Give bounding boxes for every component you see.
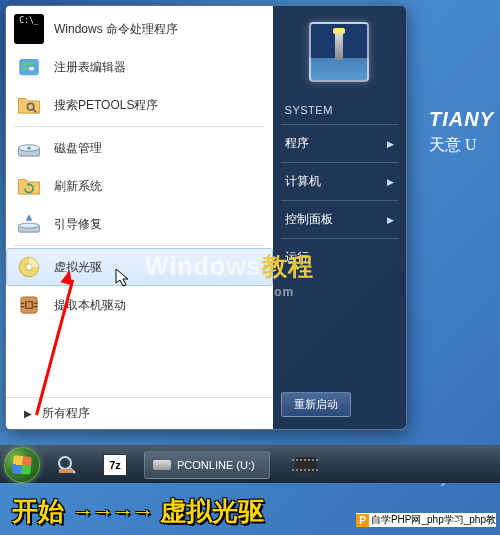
svg-point-9 [27, 146, 30, 149]
right-item-control-panel[interactable]: 控制面板▶ [281, 203, 398, 236]
regedit-icon [14, 52, 44, 82]
all-programs-button[interactable]: ▶ 所有程序 [6, 397, 273, 429]
menu-item-regedit[interactable]: 注册表编辑器 [6, 48, 273, 86]
pinned-programs: C:\_ Windows 命令处理程序 注册表编辑器 搜索PETOOLS程序 磁… [6, 6, 273, 397]
svg-rect-2 [23, 67, 28, 70]
taskbar-chip[interactable] [276, 450, 326, 480]
bootfix-icon [14, 209, 44, 239]
svg-point-15 [26, 264, 33, 271]
taskbar: 7z PCONLINE (U:) [0, 445, 500, 483]
menu-item-diskmgmt[interactable]: 磁盘管理 [6, 129, 273, 167]
menu-item-search-petools[interactable]: 搜索PETOOLS程序 [6, 86, 273, 124]
annotation-start: 开始 [12, 494, 64, 529]
taskbar-7zip[interactable]: 7z [94, 450, 136, 480]
vcd-icon [14, 252, 44, 282]
taskbar-drive-button[interactable]: PCONLINE (U:) [144, 451, 270, 479]
svg-rect-19 [59, 469, 73, 473]
chevron-right-icon: ▶ [387, 139, 394, 149]
separator [281, 200, 398, 201]
desktop-brand: TIANY 天意 U [429, 108, 494, 156]
drive-label: PCONLINE (U:) [177, 459, 255, 471]
badge-text: 自学PHP网_php学习_php教 [371, 513, 496, 527]
right-item-run[interactable]: 运行 [281, 241, 398, 274]
brand-line2: 天意 U [429, 135, 494, 156]
brand-line1: TIANY [429, 108, 494, 131]
sevenzip-icon: 7z [103, 454, 127, 476]
separator [14, 126, 265, 127]
drive-icon [153, 460, 171, 470]
svg-point-12 [18, 223, 39, 228]
separator [281, 124, 398, 125]
source-badge: P 自学PHP网_php学习_php教 [356, 513, 496, 527]
start-menu-right: SYSTEM 程序▶ 计算机▶ 控制面板▶ 运行 重新启动 [273, 6, 406, 429]
system-label: SYSTEM [281, 98, 398, 122]
svg-rect-4 [29, 67, 34, 70]
diskmgmt-icon [14, 133, 44, 163]
separator [281, 162, 398, 163]
badge-p: P [356, 514, 369, 527]
svg-rect-1 [23, 62, 28, 65]
menu-item-refresh[interactable]: 刷新系统 [6, 167, 273, 205]
chevron-right-icon: ▶ [387, 215, 394, 225]
driver-icon [14, 290, 44, 320]
menu-item-bootfix[interactable]: 引导修复 [6, 205, 273, 243]
svg-marker-13 [26, 214, 33, 221]
separator [281, 238, 398, 239]
right-item-programs[interactable]: 程序▶ [281, 127, 398, 160]
svg-rect-16 [21, 297, 37, 313]
svg-rect-3 [29, 62, 34, 65]
menu-item-extract-driver[interactable]: 提取本机驱动 [6, 286, 273, 324]
annotation-text: 开始 →→→→ 虚拟光驱 [12, 494, 264, 529]
start-button[interactable] [4, 447, 40, 483]
start-menu-left: C:\_ Windows 命令处理程序 注册表编辑器 搜索PETOOLS程序 磁… [6, 6, 273, 429]
annotation-arrows: →→→→ [72, 499, 152, 525]
annotation-target: 虚拟光驱 [160, 494, 264, 529]
search-folder-icon [14, 90, 44, 120]
user-picture[interactable] [309, 22, 369, 82]
svg-point-17 [59, 457, 71, 469]
chip-icon [295, 457, 317, 473]
separator [14, 245, 265, 246]
start-menu: C:\_ Windows 命令处理程序 注册表编辑器 搜索PETOOLS程序 磁… [5, 5, 407, 430]
menu-item-virtual-drive[interactable]: 虚拟光驱 [6, 248, 273, 286]
right-item-computer[interactable]: 计算机▶ [281, 165, 398, 198]
restart-button[interactable]: 重新启动 [281, 392, 351, 417]
menu-item-cmd[interactable]: C:\_ Windows 命令处理程序 [6, 10, 273, 48]
all-programs-label: 所有程序 [42, 405, 90, 422]
chevron-right-icon: ▶ [387, 177, 394, 187]
refresh-icon [14, 171, 44, 201]
cmd-icon: C:\_ [14, 14, 44, 44]
chevron-right-icon: ▶ [24, 408, 32, 419]
taskbar-search[interactable] [46, 450, 88, 480]
